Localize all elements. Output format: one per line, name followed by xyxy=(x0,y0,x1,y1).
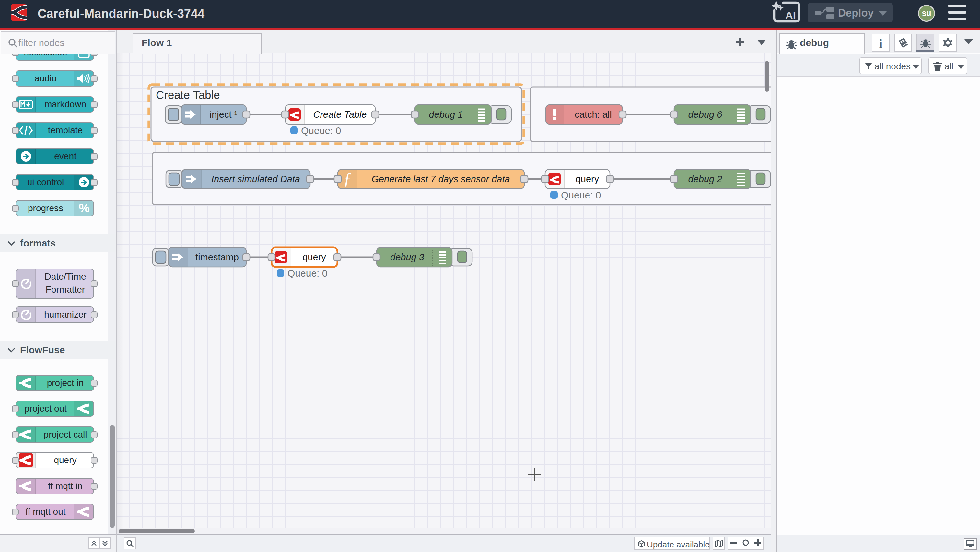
svg-text:%: % xyxy=(79,202,90,214)
svg-text:Insert simulated Data: Insert simulated Data xyxy=(211,174,300,184)
svg-text:Create Table: Create Table xyxy=(313,109,367,120)
svg-text:query: query xyxy=(302,252,326,262)
svg-text:query: query xyxy=(576,174,599,184)
svg-text:Generate last 7 days sensor da: Generate last 7 days sensor data xyxy=(371,174,510,184)
svg-text:Create Table: Create Table xyxy=(156,89,220,101)
svg-text:AI: AI xyxy=(785,10,796,21)
svg-text:Queue: 0: Queue: 0 xyxy=(301,125,341,136)
svg-text:debug 1: debug 1 xyxy=(429,109,463,120)
svg-text:timestamp: timestamp xyxy=(196,252,239,262)
svg-text:debug 6: debug 6 xyxy=(688,109,723,120)
svg-text:Queue: 0: Queue: 0 xyxy=(288,268,327,279)
svg-text:ƒ: ƒ xyxy=(343,169,352,188)
svg-text:Queue: 0: Queue: 0 xyxy=(561,190,601,200)
svg-text:inject ¹: inject ¹ xyxy=(210,109,237,120)
svg-text:catch: all: catch: all xyxy=(574,109,611,120)
svg-text:debug 2: debug 2 xyxy=(688,174,722,184)
svg-text:debug 3: debug 3 xyxy=(390,252,424,262)
